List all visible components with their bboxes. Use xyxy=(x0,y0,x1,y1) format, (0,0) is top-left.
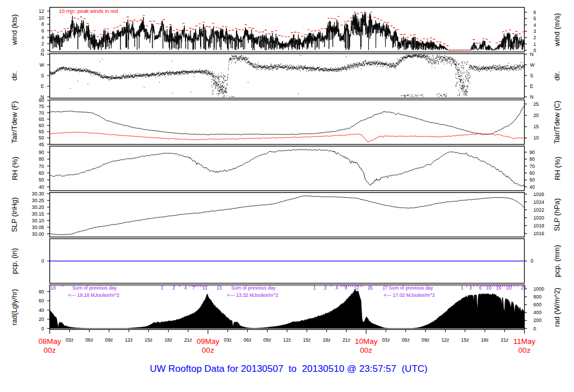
svg-text:E: E xyxy=(530,83,534,89)
svg-text:15z: 15z xyxy=(145,337,152,343)
svg-text:11May: 11May xyxy=(513,337,536,346)
svg-text:30.15: 30.15 xyxy=(32,211,44,217)
svg-text:N: N xyxy=(40,52,44,57)
svg-text:30.30: 30.30 xyxy=(32,191,44,197)
svg-text:4: 4 xyxy=(41,35,44,40)
svg-text:09z: 09z xyxy=(105,337,113,343)
svg-text:60: 60 xyxy=(530,170,535,176)
svg-text:80: 80 xyxy=(39,156,44,162)
svg-text:dir.: dir. xyxy=(553,71,562,81)
svg-text:75: 75 xyxy=(39,104,44,109)
svg-text:00z: 00z xyxy=(202,346,214,354)
svg-text:08May: 08May xyxy=(38,337,61,346)
svg-text:18z: 18z xyxy=(481,337,489,343)
svg-text:N: N xyxy=(530,52,534,57)
svg-text:W: W xyxy=(530,62,535,68)
svg-text:UW Rooftop Data for 20130507: UW Rooftop Data for 20130507 to 20130510… xyxy=(150,363,427,374)
svg-text:60: 60 xyxy=(39,123,44,128)
svg-text:RH (%): RH (%) xyxy=(11,157,19,180)
svg-text:12z: 12z xyxy=(441,337,449,343)
svg-text:06z: 06z xyxy=(85,337,93,343)
svg-text:6: 6 xyxy=(41,28,44,34)
svg-text:1: 1 xyxy=(161,285,164,291)
svg-text:wind (m/s): wind (m/s) xyxy=(553,13,562,46)
svg-text:20: 20 xyxy=(534,113,539,118)
svg-text:E: E xyxy=(41,83,44,89)
svg-text:06z: 06z xyxy=(402,337,410,343)
svg-text:90: 90 xyxy=(39,150,44,155)
svg-text:30.00: 30.00 xyxy=(32,231,44,237)
svg-text:60: 60 xyxy=(39,170,44,176)
svg-text:600: 600 xyxy=(534,302,542,307)
svg-text:15z: 15z xyxy=(303,337,311,343)
svg-text:00z: 00z xyxy=(360,346,372,354)
svg-text:15: 15 xyxy=(534,124,539,129)
svg-text:Sum of previous day: Sum of previous day xyxy=(232,285,276,291)
svg-text:dir.: dir. xyxy=(11,71,19,81)
svg-text:400: 400 xyxy=(534,310,542,315)
svg-text:20: 20 xyxy=(39,316,44,322)
svg-text:80: 80 xyxy=(39,289,44,295)
svg-text:0: 0 xyxy=(531,258,534,264)
svg-text:03z: 03z xyxy=(66,337,73,343)
svg-text:200: 200 xyxy=(534,318,542,323)
svg-text:65: 65 xyxy=(39,116,44,122)
svg-text:80: 80 xyxy=(530,156,535,162)
svg-text:1024: 1024 xyxy=(534,199,544,205)
svg-text:1016: 1016 xyxy=(534,231,544,236)
svg-text:03z: 03z xyxy=(382,337,390,343)
svg-text:06z: 06z xyxy=(243,337,251,343)
svg-text:70: 70 xyxy=(39,110,44,116)
svg-text:SLP (inHg): SLP (inHg) xyxy=(11,197,19,232)
svg-text:18z: 18z xyxy=(323,337,331,343)
svg-text:40: 40 xyxy=(530,184,535,190)
svg-text:pcp. (in): pcp. (in) xyxy=(11,248,19,274)
svg-text:10: 10 xyxy=(534,135,539,141)
svg-text:30.10: 30.10 xyxy=(32,218,44,223)
svg-text:90: 90 xyxy=(530,150,535,155)
svg-text:N: N xyxy=(530,94,534,100)
svg-text:30.05: 30.05 xyxy=(32,225,44,230)
svg-text:wind (kts): wind (kts) xyxy=(11,15,19,46)
svg-text:SLP (hPa): SLP (hPa) xyxy=(553,198,562,231)
svg-text:25: 25 xyxy=(534,101,539,107)
svg-text:S: S xyxy=(530,73,534,78)
svg-text:15z: 15z xyxy=(461,337,469,343)
svg-text:10May: 10May xyxy=(355,337,378,346)
svg-text:<--- 19.18 MJoules/m^2: <--- 19.18 MJoules/m^2 xyxy=(68,292,119,298)
svg-text:rad (W/m^2): rad (W/m^2) xyxy=(553,288,562,327)
svg-text:1000: 1000 xyxy=(534,286,544,292)
svg-text:10 min. peak winds in red: 10 min. peak winds in red xyxy=(59,8,118,14)
svg-text:Sum of previous day: Sum of previous day xyxy=(72,285,117,291)
svg-text:30.25: 30.25 xyxy=(32,198,44,203)
svg-text:18: 18 xyxy=(50,285,56,291)
svg-text:0: 0 xyxy=(41,326,44,332)
svg-text:45: 45 xyxy=(39,142,44,147)
svg-text:09z: 09z xyxy=(422,337,429,343)
svg-text:1020: 1020 xyxy=(534,215,544,221)
svg-text:00z: 00z xyxy=(44,346,56,354)
svg-text:3: 3 xyxy=(534,29,536,34)
svg-text:5: 5 xyxy=(534,16,536,21)
svg-text:rad(Lgly/hr): rad(Lgly/hr) xyxy=(11,289,19,325)
svg-text:80: 80 xyxy=(39,97,44,103)
svg-text:10: 10 xyxy=(39,15,44,21)
svg-text:00z: 00z xyxy=(519,346,531,354)
svg-text:70: 70 xyxy=(39,164,44,169)
svg-text:60: 60 xyxy=(39,298,44,304)
svg-text:pcp. (mm): pcp. (mm) xyxy=(553,245,562,277)
svg-text:12: 12 xyxy=(39,8,44,14)
svg-text:S: S xyxy=(41,73,44,78)
svg-text:21z: 21z xyxy=(342,337,350,343)
svg-text:09z: 09z xyxy=(263,337,271,343)
svg-text:2: 2 xyxy=(41,41,44,46)
svg-text:40: 40 xyxy=(39,307,44,313)
svg-text:21z: 21z xyxy=(184,337,192,343)
svg-text:6: 6 xyxy=(534,10,536,15)
svg-text:Sum of previous day: Sum of previous day xyxy=(389,285,434,291)
svg-text:Tair/Tdew (F): Tair/Tdew (F) xyxy=(11,101,19,143)
svg-text:40: 40 xyxy=(39,184,44,190)
svg-text:30.20: 30.20 xyxy=(32,204,44,210)
svg-text:<--- 17.02 MJoules/m^2: <--- 17.02 MJoules/m^2 xyxy=(384,292,435,298)
svg-text:18z: 18z xyxy=(164,337,172,343)
